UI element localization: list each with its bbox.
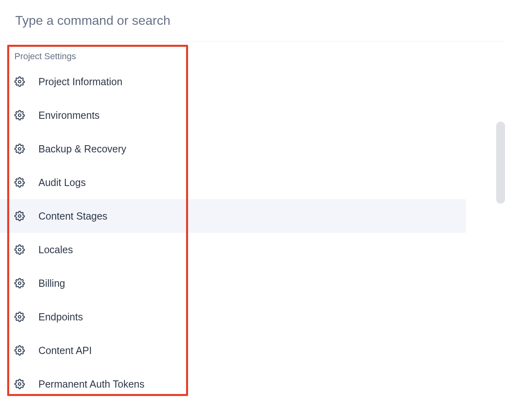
- menu-item-label: Content Stages: [38, 210, 107, 222]
- menu-item-backup-recovery[interactable]: Backup & Recovery: [0, 132, 466, 166]
- svg-point-6: [18, 282, 21, 285]
- svg-point-5: [18, 248, 21, 251]
- gear-icon: [14, 110, 25, 120]
- svg-point-2: [18, 148, 21, 150]
- menu-item-project-information[interactable]: Project Information: [0, 65, 466, 98]
- gear-icon: [14, 144, 25, 154]
- gear-icon: [14, 177, 25, 188]
- menu-item-label: Environments: [38, 110, 100, 121]
- app-window: Project Settings Project Information Env…: [0, 0, 505, 420]
- gear-icon: [14, 345, 25, 356]
- menu-item-locales[interactable]: Locales: [0, 233, 466, 266]
- menu-item-audit-logs[interactable]: Audit Logs: [0, 166, 466, 199]
- menu-item-endpoints[interactable]: Endpoints: [0, 300, 466, 334]
- menu-item-label: Content API: [38, 345, 92, 356]
- scrollbar-thumb[interactable]: [496, 122, 505, 204]
- menu-item-billing[interactable]: Billing: [0, 266, 466, 300]
- section-header: Project Settings: [0, 45, 505, 65]
- menu-item-label: Locales: [38, 244, 73, 256]
- svg-point-4: [18, 215, 21, 218]
- svg-point-8: [18, 349, 21, 352]
- svg-point-9: [18, 383, 21, 386]
- search-bar: [0, 0, 505, 42]
- svg-point-0: [18, 80, 21, 83]
- svg-point-3: [18, 181, 21, 184]
- svg-point-7: [18, 316, 21, 318]
- menu-item-label: Audit Logs: [38, 177, 86, 188]
- gear-icon: [14, 244, 25, 255]
- menu-item-label: Project Information: [38, 76, 122, 88]
- menu-item-label: Permanent Auth Tokens: [38, 378, 144, 390]
- gear-icon: [14, 211, 25, 221]
- menu-item-label: Endpoints: [38, 311, 83, 323]
- gear-icon: [14, 379, 25, 389]
- gear-icon: [14, 278, 25, 288]
- content-area: Project Settings Project Information Env…: [0, 42, 505, 401]
- gear-icon: [14, 76, 25, 87]
- menu-item-permanent-auth-tokens[interactable]: Permanent Auth Tokens: [0, 367, 466, 401]
- menu-item-content-api[interactable]: Content API: [0, 334, 466, 367]
- menu-item-environments[interactable]: Environments: [0, 98, 466, 132]
- command-search-input[interactable]: [14, 13, 491, 28]
- menu-item-label: Backup & Recovery: [38, 143, 126, 155]
- menu-item-content-stages[interactable]: Content Stages: [0, 199, 466, 233]
- gear-icon: [14, 312, 25, 322]
- menu-item-label: Billing: [38, 278, 65, 289]
- svg-point-1: [18, 114, 21, 117]
- settings-menu-list: Project Information Environments Backup …: [0, 65, 505, 401]
